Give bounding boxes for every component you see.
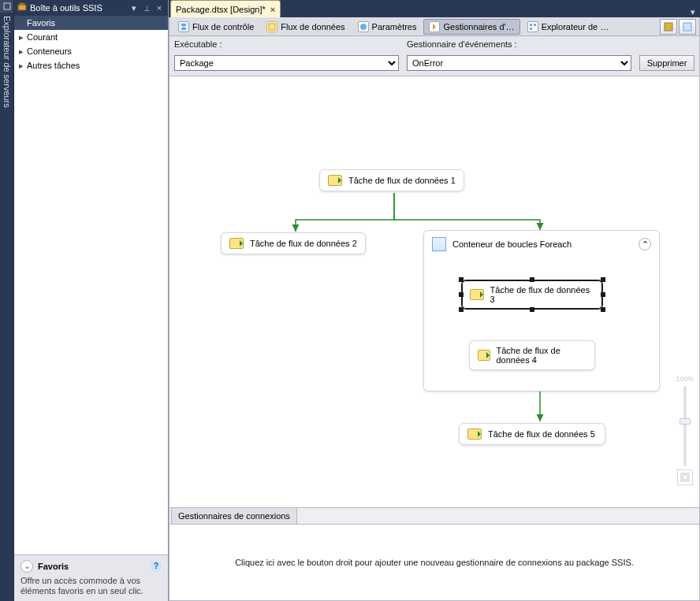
- toolbox-hint-title: Favoris: [38, 562, 69, 571]
- container-collapse-icon[interactable]: ⌃: [639, 238, 651, 250]
- toggle-variables-button[interactable]: [660, 19, 677, 35]
- svg-rect-4: [181, 28, 186, 30]
- data-flow-task-icon: [229, 238, 244, 249]
- task-label: Tâche de flux de données 3: [490, 285, 594, 304]
- event-handler-select[interactable]: OnError: [407, 55, 631, 71]
- svg-rect-12: [665, 23, 672, 31]
- toolbox-item-label: Conteneurs: [27, 46, 72, 56]
- zoom-slider-track[interactable]: [683, 386, 687, 466]
- toggle-toolbox-button[interactable]: [679, 19, 696, 35]
- connection-managers-body[interactable]: Cliquez ici avec le bouton droit pour aj…: [169, 524, 699, 600]
- expand-icon: ▸: [19, 46, 27, 57]
- toolbox-item-label: Favoris: [27, 18, 55, 28]
- package-explorer-icon: [527, 21, 538, 32]
- data-flow-icon: [266, 21, 277, 32]
- tab-label: Explorateur de …: [542, 22, 609, 32]
- expand-icon: ▸: [19, 32, 27, 43]
- task-data-flow-1[interactable]: Tâche de flux de données 1: [319, 169, 464, 191]
- tab-label: Gestionnaires d'…: [443, 22, 514, 32]
- server-explorer-icon[interactable]: [0, 0, 13, 13]
- zoom-control[interactable]: 100%: [674, 375, 696, 485]
- toolbox-title: Boîte à outils SSIS: [30, 3, 127, 13]
- design-canvas-wrap: Tâche de flux de données 1 Tâche de flux…: [169, 76, 700, 508]
- toolbox-hint: ⌄ Favoris ? Offre un accès commode à vos…: [14, 555, 168, 601]
- svg-rect-6: [269, 24, 275, 30]
- design-canvas[interactable]: Tâche de flux de données 1 Tâche de flux…: [169, 76, 699, 507]
- task-label: Tâche de flux de données 2: [250, 239, 357, 248]
- designer-tab-strip: Flux de contrôle Flux de données Paramèt…: [169, 17, 700, 36]
- task-data-flow-5[interactable]: Tâche de flux de données 5: [459, 423, 605, 445]
- event-handler-selector-row: Exécutable : Gestionnaire d'événements :…: [169, 36, 700, 76]
- svg-rect-10: [534, 24, 536, 26]
- svg-rect-11: [530, 28, 532, 30]
- help-icon[interactable]: ?: [151, 561, 162, 572]
- svg-rect-2: [20, 3, 24, 5]
- svg-rect-16: [683, 475, 687, 480]
- data-flow-task-icon: [470, 289, 484, 300]
- task-data-flow-3[interactable]: Tâche de flux de données 3: [461, 280, 603, 310]
- close-icon[interactable]: ×: [154, 2, 165, 13]
- tab-label: Flux de données: [281, 22, 344, 32]
- toolbox-icon: [17, 2, 27, 13]
- document-tab-label: Package.dtsx [Design]*: [176, 5, 266, 14]
- dropdown-icon[interactable]: ▾: [128, 2, 140, 13]
- document-tab[interactable]: Package.dtsx [Design]* ×: [170, 0, 281, 17]
- tab-label: Flux de contrôle: [192, 22, 254, 32]
- expand-icon: ▸: [19, 61, 27, 71]
- toolbox-title-bar[interactable]: Boîte à outils SSIS ▾ ⟂ ×: [14, 0, 168, 16]
- event-handlers-icon: [429, 21, 440, 32]
- event-handler-label: Gestionnaire d'événements :: [407, 39, 631, 49]
- toolbox-list: ▸ Favoris ▸ Courant ▸ Conteneurs ▸ Autre…: [14, 16, 168, 555]
- tab-package-explorer[interactable]: Explorateur de …: [522, 19, 615, 35]
- hint-collapse-icon[interactable]: ⌄: [20, 560, 33, 573]
- tab-label: Paramètres: [372, 22, 417, 32]
- executable-label: Exécutable :: [174, 39, 399, 49]
- svg-rect-1: [18, 5, 26, 10]
- connection-managers-placeholder: Cliquez ici avec le bouton droit pour aj…: [235, 558, 634, 567]
- zoom-slider-thumb[interactable]: [680, 418, 691, 425]
- tab-overflow-icon[interactable]: ▾: [686, 7, 700, 17]
- svg-rect-0: [4, 3, 10, 9]
- pin-icon[interactable]: ⟂: [141, 2, 152, 13]
- server-explorer-collapsed[interactable]: Explorateur de serveurs: [0, 0, 14, 601]
- toolbox-hint-body: Offre un accès commode à vos éléments fa…: [20, 576, 162, 596]
- task-label: Tâche de flux de données 4: [497, 346, 587, 365]
- tab-parameters[interactable]: Paramètres: [352, 19, 423, 35]
- toolbox-item-favoris[interactable]: ▸ Favoris: [14, 16, 168, 30]
- ssis-toolbox-pane: Boîte à outils SSIS ▾ ⟂ × ▸ Favoris ▸ Co…: [14, 0, 169, 601]
- tab-data-flow[interactable]: Flux de données: [261, 19, 350, 35]
- tab-event-handlers[interactable]: Gestionnaires d'…: [423, 19, 519, 35]
- toolbox-item-label: Autres tâches: [27, 61, 80, 70]
- control-flow-icon: [178, 21, 189, 32]
- toolbox-item-autres[interactable]: ▸ Autres tâches: [14, 58, 168, 72]
- executable-combo[interactable]: Package: [174, 55, 399, 71]
- svg-point-7: [360, 24, 367, 30]
- delete-button[interactable]: Supprimer: [639, 55, 694, 71]
- toolbox-item-courant[interactable]: ▸ Courant: [14, 30, 168, 44]
- svg-rect-9: [530, 24, 532, 26]
- event-handler-combo[interactable]: OnError: [407, 55, 631, 71]
- foreach-container-icon: [432, 237, 446, 251]
- server-explorer-tab[interactable]: Explorateur de serveurs: [2, 13, 12, 111]
- container-title: Conteneur de boucles Foreach: [452, 239, 572, 249]
- task-data-flow-4[interactable]: Tâche de flux de données 4: [469, 340, 595, 370]
- svg-marker-8: [433, 24, 436, 30]
- tab-control-flow[interactable]: Flux de contrôle: [173, 19, 259, 35]
- task-data-flow-2[interactable]: Tâche de flux de données 2: [221, 232, 366, 254]
- data-flow-task-icon: [478, 350, 490, 361]
- toolbox-item-label: Courant: [27, 32, 58, 42]
- svg-rect-3: [181, 24, 186, 26]
- close-tab-icon[interactable]: ×: [270, 5, 275, 14]
- expand-icon: ▸: [19, 18, 27, 28]
- connection-managers-tab[interactable]: Gestionnaires de connexions: [171, 508, 297, 524]
- connection-managers-pane: Gestionnaires de connexions Cliquez ici …: [169, 508, 700, 601]
- task-label: Tâche de flux de données 1: [348, 176, 456, 185]
- zoom-fit-icon[interactable]: [677, 469, 693, 485]
- parameters-icon: [358, 21, 369, 32]
- editor-area: Package.dtsx [Design]* × ▾ Flux de contr…: [169, 0, 700, 601]
- zoom-label: 100%: [676, 375, 694, 383]
- executable-select[interactable]: Package: [174, 55, 399, 71]
- toolbox-item-conteneurs[interactable]: ▸ Conteneurs: [14, 44, 168, 58]
- document-tab-strip: Package.dtsx [Design]* × ▾: [169, 0, 700, 17]
- data-flow-task-icon: [467, 428, 482, 440]
